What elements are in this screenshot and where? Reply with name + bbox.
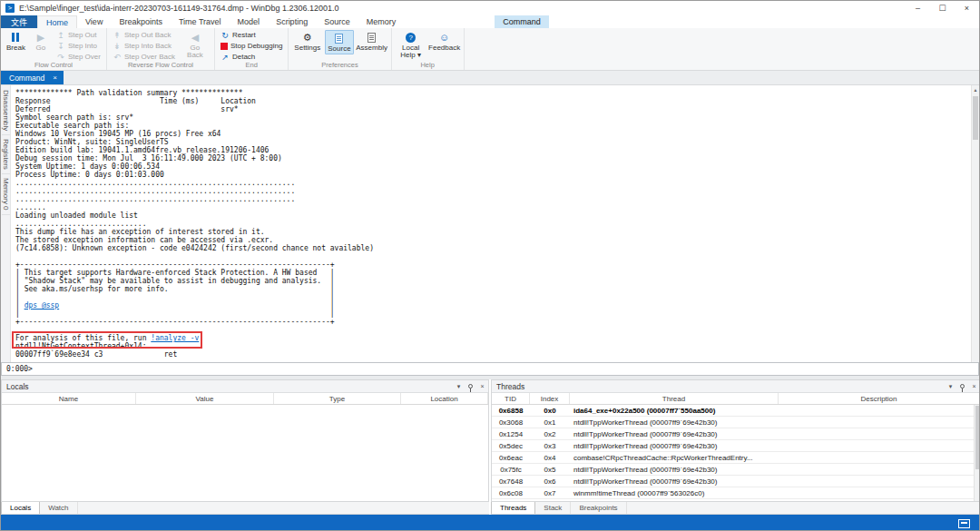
command-output-line bbox=[15, 326, 971, 334]
thread-index: 0x2 bbox=[530, 430, 570, 438]
thread-row[interactable]: 0x6c080x7winmm!timeThread (00007ff9`5630… bbox=[492, 487, 980, 499]
thread-index: 0x0 bbox=[530, 407, 570, 415]
go-back-label: Go Back bbox=[181, 44, 209, 59]
minimize-button[interactable]: – bbox=[906, 1, 930, 15]
threads-dropdown-icon[interactable]: ▾ bbox=[945, 383, 956, 390]
maximize-button[interactable]: ☐ bbox=[930, 1, 955, 15]
command-link[interactable]: !analyze -v bbox=[151, 334, 199, 342]
close-button[interactable]: × bbox=[955, 1, 979, 15]
ribbon-tab-breakpoints[interactable]: Breakpoints bbox=[111, 15, 171, 28]
threads-tab-breakpoints[interactable]: Breakpoints bbox=[571, 502, 626, 514]
step-out-back-button[interactable]: ↟ Step Out Back bbox=[111, 30, 177, 40]
locals-dropdown-icon[interactable]: ▾ bbox=[453, 383, 465, 390]
thread-row[interactable]: 0x5dec0x3ntdll!TppWorkerThread (00007ff9… bbox=[492, 440, 980, 452]
threads-column-thread[interactable]: Thread bbox=[570, 393, 779, 404]
layout-indicator-icon[interactable] bbox=[958, 519, 970, 528]
command-tab-close-icon[interactable]: × bbox=[53, 74, 57, 82]
dock-tab-disassembly[interactable]: Disassembly bbox=[2, 86, 10, 135]
locals-tab-locals[interactable]: Locals bbox=[1, 502, 40, 514]
command-output-line: +---------------------------------------… bbox=[15, 318, 971, 326]
command-link[interactable]: dps @ssp bbox=[24, 301, 60, 310]
restart-button[interactable]: ↻ Restart bbox=[219, 30, 284, 40]
command-window-tab[interactable]: Command × bbox=[1, 71, 64, 84]
threads-column-tid[interactable]: TID bbox=[492, 393, 530, 404]
locals-pin-icon[interactable] bbox=[465, 383, 476, 389]
detach-icon: ↗ bbox=[220, 53, 230, 62]
go-back-button[interactable]: ◀ Go Back bbox=[180, 30, 211, 60]
assembly-doc-icon bbox=[368, 33, 376, 43]
threads-pin-icon[interactable] bbox=[956, 383, 968, 389]
source-mode-button[interactable]: Source bbox=[325, 30, 353, 54]
thread-row[interactable]: 0x80400x8ntdll!TppWorkerThread (00007ff9… bbox=[492, 499, 980, 501]
thread-index: 0x7 bbox=[530, 489, 570, 497]
gear-icon: ⚙ bbox=[303, 31, 312, 44]
threads-scrollbar-thumb[interactable] bbox=[975, 406, 979, 469]
windbg-app-icon: > bbox=[5, 4, 15, 13]
dock-tab-memory-0[interactable]: Memory 0 bbox=[2, 174, 10, 215]
break-label: Break bbox=[6, 44, 25, 52]
locals-column-type[interactable]: Type bbox=[274, 393, 401, 404]
thread-row[interactable]: 0x68580x0ida64_exe+0x22a500 (00007ff7`55… bbox=[492, 405, 980, 417]
go-icon: ▶ bbox=[37, 31, 44, 44]
threads-column-description[interactable]: Description bbox=[779, 393, 980, 404]
thread-index: 0x4 bbox=[530, 454, 570, 462]
threads-scrollbar[interactable] bbox=[974, 405, 980, 501]
ribbon-tab-view[interactable]: View bbox=[77, 15, 111, 28]
go-label: Go bbox=[36, 44, 46, 52]
locals-tab-watch[interactable]: Watch bbox=[40, 502, 77, 514]
ribbon-tab-file[interactable]: 文件 bbox=[1, 15, 37, 28]
locals-column-location[interactable]: Location bbox=[401, 393, 488, 404]
command-output-line: 00007ff9`69e8ee34 c3 ret bbox=[15, 350, 971, 359]
ribbon-tab-command[interactable]: Command bbox=[495, 15, 549, 28]
step-over-icon: ↷ bbox=[56, 53, 65, 62]
console-scrollbar-thumb[interactable] bbox=[973, 96, 978, 140]
locals-close-icon[interactable]: × bbox=[476, 383, 488, 389]
status-bar bbox=[1, 515, 979, 531]
command-output[interactable]: ************* Path validation summary **… bbox=[11, 85, 971, 362]
thread-index: 0x8 bbox=[530, 501, 570, 502]
thread-row[interactable]: 0x30680x1ntdll!TppWorkerThread (00007ff9… bbox=[492, 417, 980, 428]
thread-row[interactable]: 0x6eac0x4combase!CRpcThreadCache::RpcWor… bbox=[492, 452, 980, 464]
step-out-button[interactable]: ↥ Step Out bbox=[54, 30, 103, 40]
stop-debugging-button[interactable]: Stop Debugging bbox=[219, 41, 284, 51]
ribbon-tab-model[interactable]: Model bbox=[230, 15, 269, 28]
ribbon-tab-scripting[interactable]: Scripting bbox=[268, 15, 316, 28]
thread-row[interactable]: 0x75fc0x5ntdll!TppWorkerThread (00007ff9… bbox=[492, 464, 980, 476]
threads-column-index[interactable]: Index bbox=[530, 393, 570, 404]
threads-tab-threads[interactable]: Threads bbox=[491, 502, 535, 514]
local-help-button[interactable]: ? Local Help ▾ bbox=[396, 30, 426, 60]
ribbon-tab-source[interactable]: Source bbox=[316, 15, 358, 28]
threads-tab-stack[interactable]: Stack bbox=[535, 502, 571, 514]
step-into-back-button[interactable]: ↡ Step Into Back bbox=[111, 41, 177, 51]
help-icon: ? bbox=[406, 33, 416, 43]
command-output-line: Deferred srv* bbox=[15, 105, 971, 113]
command-output-line: Symbol search path is: srv* bbox=[15, 113, 971, 122]
ribbon-tab-row: 文件HomeViewBreakpointsTime TravelModelScr… bbox=[1, 15, 979, 28]
step-over-back-icon: ↶ bbox=[113, 53, 122, 62]
dock-tab-registers[interactable]: Registers bbox=[2, 135, 10, 174]
command-output-line: Product: WinNt, suite: SingleUserTS bbox=[15, 138, 971, 146]
command-input[interactable] bbox=[35, 363, 978, 375]
threads-close-icon[interactable]: × bbox=[968, 383, 980, 389]
thread-tid: 0x75fc bbox=[492, 466, 530, 474]
assembly-mode-button[interactable]: Assembly bbox=[357, 30, 387, 53]
thread-row[interactable]: 0x12540x2ntdll!TppWorkerThread (00007ff9… bbox=[492, 428, 980, 440]
console-scrollbar[interactable]: ▲ bbox=[971, 85, 979, 362]
go-button[interactable]: ▶ Go bbox=[30, 30, 52, 53]
locals-column-value[interactable]: Value bbox=[136, 393, 274, 404]
command-output-line: | | bbox=[15, 310, 971, 318]
ribbon-tab-memory[interactable]: Memory bbox=[358, 15, 405, 28]
ribbon-tab-home[interactable]: Home bbox=[37, 15, 77, 28]
scroll-up-icon[interactable]: ▲ bbox=[972, 85, 979, 94]
thread-entry: ntdll!TppWorkerThread (00007ff9`69e42b30… bbox=[570, 477, 779, 486]
step-into-button[interactable]: ↧ Step Into bbox=[54, 41, 103, 51]
feedback-button[interactable]: ☺ Feedback bbox=[429, 30, 460, 53]
ribbon-tab-time-travel[interactable]: Time Travel bbox=[171, 15, 230, 28]
break-button[interactable]: Break bbox=[5, 30, 27, 53]
locals-column-name[interactable]: Name bbox=[2, 393, 136, 404]
settings-button[interactable]: ⚙ Settings bbox=[292, 30, 322, 53]
ribbon-group-end: ↻ Restart Stop Debugging ↗ Detach End bbox=[215, 28, 289, 70]
thread-index: 0x6 bbox=[530, 477, 570, 486]
command-output-line: ........................................… bbox=[15, 195, 971, 203]
thread-row[interactable]: 0x76480x6ntdll!TppWorkerThread (00007ff9… bbox=[492, 476, 980, 487]
